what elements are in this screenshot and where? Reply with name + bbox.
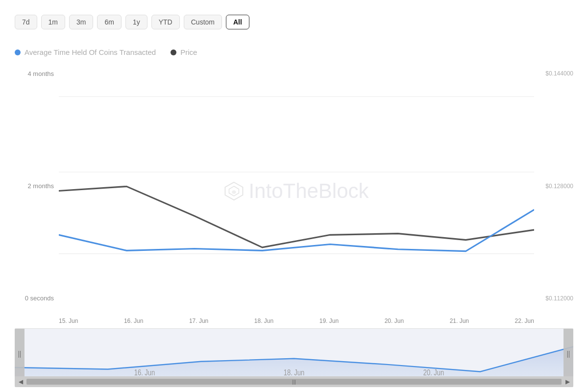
y-label-left-1: 2 months (15, 182, 59, 190)
x-label-2: 17. Jun (189, 318, 208, 324)
mini-chart-container[interactable]: || || 16. Jun 18. Jun 20. Jun ◀ ||| ▶ (15, 328, 573, 387)
x-label-7: 22. Jun (515, 318, 534, 324)
y-label-right-0: $0.144000 (545, 70, 573, 77)
filter-btn-1m[interactable]: 1m (41, 15, 65, 29)
x-label-3: 18. Jun (254, 318, 273, 324)
x-label-0: 15. Jun (59, 318, 78, 324)
svg-text:||: || (567, 350, 570, 358)
legend-item-0: Average Time Held Of Coins Transacted (15, 48, 156, 56)
legend-label-1: Price (180, 48, 197, 56)
chart-wrapper: 4 months2 months0 seconds IntoTheBlock (15, 65, 573, 387)
legend: Average Time Held Of Coins Transacted Pr… (15, 44, 573, 60)
x-label-5: 20. Jun (385, 318, 404, 324)
svg-text:20. Jun: 20. Jun (423, 368, 444, 377)
filter-btn-6m[interactable]: 6m (97, 15, 121, 29)
legend-dot-0 (15, 49, 21, 55)
main-chart-area: 4 months2 months0 seconds IntoTheBlock (15, 65, 573, 317)
scroll-thumb-indicator: ||| (292, 379, 296, 385)
scroll-left-arrow[interactable]: ◀ (17, 378, 24, 386)
filter-btn-3m[interactable]: 3m (69, 15, 93, 29)
filter-btn-all[interactable]: All (226, 15, 249, 29)
x-label-4: 19. Jun (319, 318, 339, 324)
x-label-1: 16. Jun (124, 318, 143, 324)
legend-item-1: Price (171, 48, 197, 56)
filter-btn-ytd[interactable]: YTD (151, 15, 180, 29)
y-axis-left: 4 months2 months0 seconds (15, 65, 59, 317)
y-axis-right: $0.144000$0.128000$0.112000 (534, 65, 573, 317)
filter-btn-custom[interactable]: Custom (184, 15, 222, 29)
bottom-scrollbar: ◀ ||| ▶ (15, 376, 573, 387)
y-label-left-0: 4 months (15, 70, 59, 77)
legend-label-0: Average Time Held Of Coins Transacted (24, 48, 156, 56)
scroll-right-arrow[interactable]: ▶ (564, 378, 571, 386)
svg-text:16. Jun: 16. Jun (134, 368, 155, 377)
filter-btn-1y[interactable]: 1y (125, 15, 147, 29)
y-label-right-1: $0.128000 (545, 183, 573, 190)
x-axis: 15. Jun16. Jun17. Jun18. Jun19. Jun20. J… (15, 318, 573, 324)
main-chart-svg (59, 65, 534, 317)
scroll-thumb[interactable]: ||| (26, 379, 562, 385)
y-label-left-2: 0 seconds (15, 294, 59, 302)
svg-text:||: || (18, 350, 21, 358)
svg-text:18. Jun: 18. Jun (284, 368, 305, 377)
main-container: 7d1m3m6m1yYTDCustomAll Average Time Held… (0, 0, 588, 392)
filter-btn-7d[interactable]: 7d (15, 15, 37, 29)
x-label-6: 21. Jun (450, 318, 469, 324)
chart-content: IntoTheBlock (59, 65, 534, 317)
time-filter-bar: 7d1m3m6m1yYTDCustomAll (15, 10, 573, 34)
y-label-right-2: $0.112000 (545, 295, 573, 302)
legend-dot-1 (171, 49, 176, 55)
